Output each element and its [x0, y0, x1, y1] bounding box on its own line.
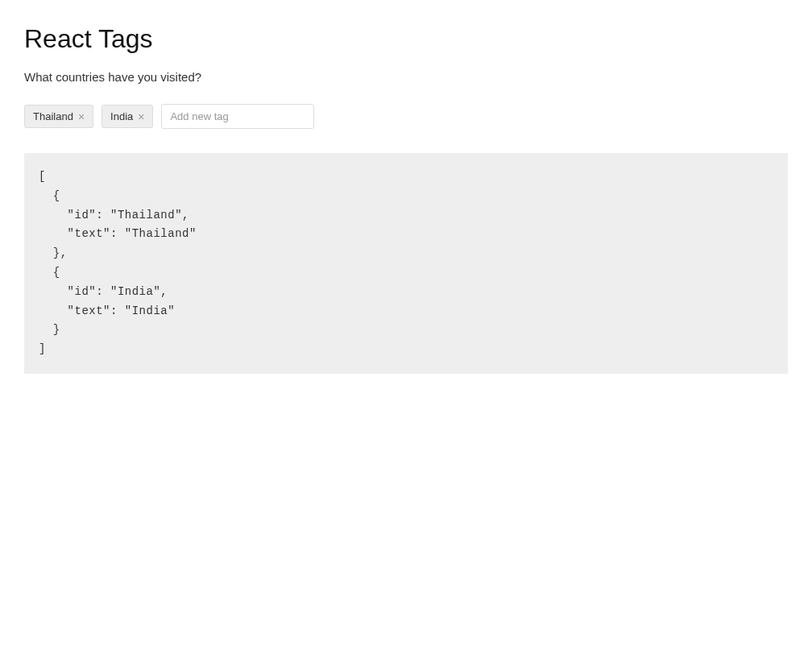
page-title: React Tags — [24, 24, 788, 54]
tag-india[interactable]: India × — [102, 105, 153, 128]
code-output: [ { "id": "Thailand", "text": "Thailand"… — [24, 153, 788, 374]
tag-label: India — [110, 110, 133, 122]
tags-container: Thailand × India × — [24, 104, 788, 129]
close-icon[interactable]: × — [138, 111, 144, 122]
tag-input[interactable] — [161, 104, 314, 129]
tag-thailand[interactable]: Thailand × — [24, 105, 93, 128]
question-text: What countries have you visited? — [24, 70, 788, 84]
close-icon[interactable]: × — [78, 111, 85, 122]
tag-label: Thailand — [33, 110, 73, 122]
